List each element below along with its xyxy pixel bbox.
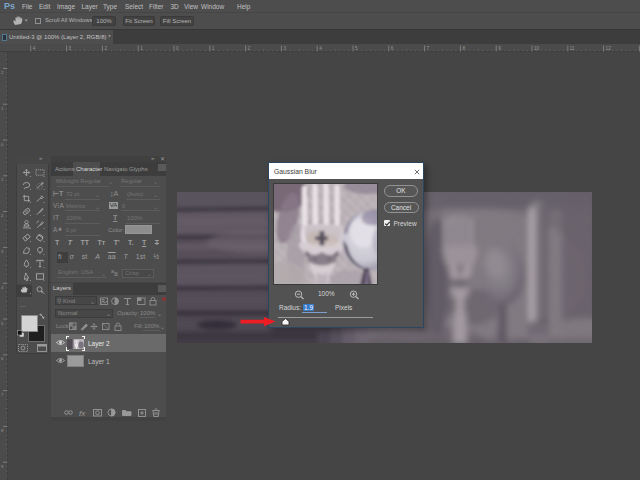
svg-text:fx: fx [79,409,86,418]
